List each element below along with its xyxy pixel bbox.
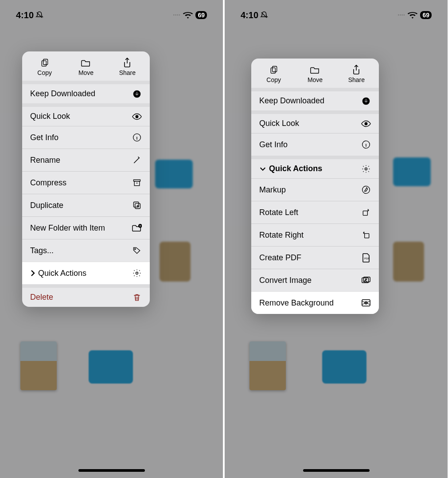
menu-item-quick-look[interactable]: Quick Look bbox=[22, 103, 150, 126]
download-filled-icon bbox=[132, 89, 142, 99]
pdf-icon: PDF bbox=[361, 253, 371, 263]
cell-dots-icon: •••• bbox=[398, 13, 405, 17]
menu-item-rename[interactable]: Rename bbox=[22, 149, 150, 171]
markup-icon bbox=[361, 185, 371, 195]
svg-point-15 bbox=[365, 122, 367, 125]
menu-item-delete[interactable]: Delete bbox=[22, 284, 150, 307]
folder-plus-icon bbox=[132, 223, 142, 233]
svg-point-11 bbox=[136, 272, 138, 274]
folder-icon bbox=[81, 58, 91, 67]
archive-icon bbox=[132, 178, 142, 188]
menu-item-tags[interactable]: Tags... bbox=[22, 239, 150, 262]
menu-item-get-info[interactable]: Get Info bbox=[22, 126, 150, 149]
chevron-right-icon bbox=[30, 269, 35, 277]
home-indicator[interactable] bbox=[303, 469, 370, 472]
svg-point-3 bbox=[136, 115, 138, 118]
pencil-icon bbox=[132, 155, 142, 165]
svg-rect-0 bbox=[43, 59, 47, 65]
copy-icon bbox=[40, 58, 49, 67]
menu-item-convert-image[interactable]: Convert Image bbox=[251, 269, 379, 291]
svg-point-10 bbox=[135, 248, 136, 250]
file-thumbnail[interactable] bbox=[20, 341, 57, 390]
menu-item-new-folder[interactable]: New Folder with Item bbox=[22, 216, 150, 239]
svg-point-17 bbox=[365, 168, 367, 170]
eye-icon bbox=[361, 119, 371, 129]
menu-item-compress[interactable]: Compress bbox=[22, 171, 150, 194]
svg-rect-8 bbox=[134, 202, 139, 208]
status-bar: 4:10 •••• 69 bbox=[0, 8, 223, 22]
info-icon bbox=[361, 140, 371, 149]
trash-icon bbox=[132, 293, 142, 302]
menu-item-quick-actions[interactable]: Quick Actions bbox=[22, 262, 150, 284]
menu-item-get-info[interactable]: Get Info bbox=[251, 133, 379, 156]
copy-button[interactable]: Copy bbox=[24, 58, 65, 76]
context-menu: Copy Move Share Keep Downloaded Quick Lo… bbox=[22, 51, 150, 307]
move-button[interactable]: Move bbox=[66, 58, 106, 76]
menu-item-quick-actions-header[interactable]: Quick Actions bbox=[251, 156, 379, 178]
menu-item-duplicate[interactable]: Duplicate bbox=[22, 194, 150, 216]
context-menu: Copy Move Share Keep Downloaded Quick Lo… bbox=[251, 59, 379, 314]
battery-icon: 69 bbox=[195, 11, 207, 19]
screenshot-left: 4:10 •••• 69 Copy Move bbox=[0, 0, 223, 478]
gear-icon bbox=[361, 164, 371, 174]
wifi-icon bbox=[408, 12, 417, 19]
file-thumbnail[interactable] bbox=[249, 341, 286, 390]
cell-dots-icon: •••• bbox=[173, 13, 181, 17]
duplicate-icon bbox=[132, 200, 142, 210]
rotate-left-icon bbox=[361, 208, 371, 217]
copy-button[interactable]: Copy bbox=[253, 65, 294, 83]
status-time: 4:10 bbox=[16, 10, 34, 20]
svg-rect-13 bbox=[271, 68, 275, 74]
menu-item-quick-look[interactable]: Quick Look bbox=[251, 110, 379, 133]
svg-rect-12 bbox=[272, 67, 277, 72]
images-icon bbox=[361, 275, 371, 285]
status-time: 4:10 bbox=[241, 10, 258, 20]
menu-item-rotate-right[interactable]: Rotate Right bbox=[251, 223, 379, 246]
menu-item-markup[interactable]: Markup bbox=[251, 178, 379, 201]
svg-rect-19 bbox=[363, 211, 367, 215]
screenshot-right: 4:10 •••• 69 Copy Move bbox=[225, 0, 448, 478]
move-button[interactable]: Move bbox=[295, 65, 335, 83]
silent-icon bbox=[260, 11, 268, 19]
eye-icon bbox=[132, 112, 142, 121]
battery-icon: 69 bbox=[420, 11, 432, 19]
status-bar: 4:10 •••• 69 bbox=[225, 8, 448, 22]
svg-rect-20 bbox=[365, 234, 369, 238]
info-icon bbox=[132, 133, 142, 142]
menu-item-remove-background[interactable]: Remove Background bbox=[251, 291, 379, 314]
menu-item-keep-downloaded[interactable]: Keep Downloaded bbox=[22, 81, 150, 103]
folder-icon bbox=[310, 65, 320, 74]
download-filled-icon bbox=[361, 96, 371, 106]
share-button[interactable]: Share bbox=[107, 58, 148, 76]
svg-text:PDF: PDF bbox=[364, 257, 370, 260]
rotate-right-icon bbox=[361, 230, 371, 240]
svg-rect-1 bbox=[42, 61, 46, 67]
menu-item-keep-downloaded[interactable]: Keep Downloaded bbox=[251, 88, 379, 110]
copy-icon bbox=[269, 65, 278, 74]
share-icon bbox=[123, 58, 131, 67]
tag-icon bbox=[132, 246, 142, 255]
svg-point-24 bbox=[366, 279, 367, 280]
silent-icon bbox=[35, 11, 43, 19]
share-icon bbox=[352, 65, 360, 74]
share-button[interactable]: Share bbox=[336, 65, 377, 83]
chevron-down-icon bbox=[259, 166, 266, 172]
svg-point-18 bbox=[362, 186, 370, 194]
menu-item-create-pdf[interactable]: Create PDF PDF bbox=[251, 246, 379, 269]
home-indicator[interactable] bbox=[78, 469, 145, 472]
menu-item-rotate-left[interactable]: Rotate Left bbox=[251, 201, 379, 223]
gear-icon bbox=[132, 268, 142, 278]
remove-background-icon bbox=[361, 298, 371, 308]
wifi-icon bbox=[183, 12, 193, 19]
svg-rect-6 bbox=[134, 181, 140, 186]
